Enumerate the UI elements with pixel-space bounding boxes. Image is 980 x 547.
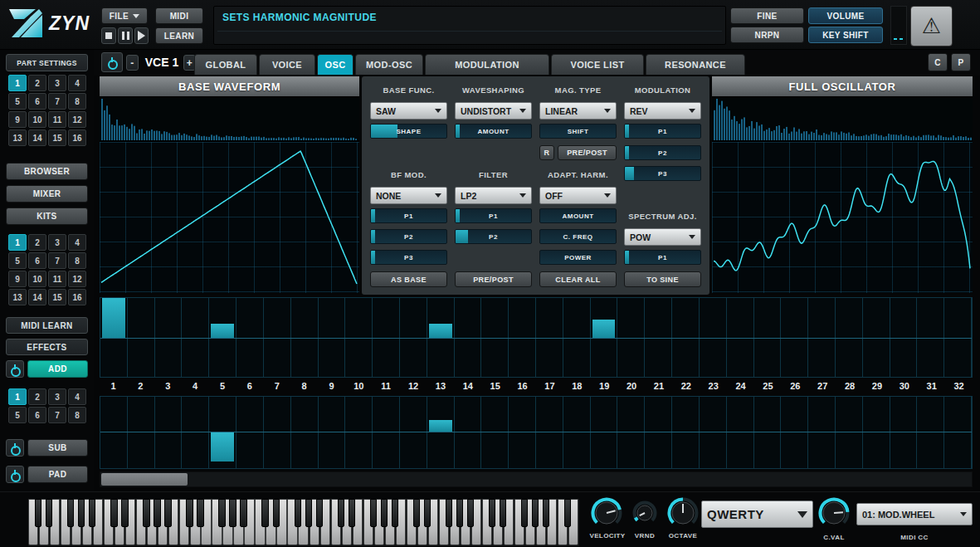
part-cell-5[interactable]: 5 [8, 93, 27, 110]
part-cell-2[interactable]: 2 [28, 75, 46, 91]
bf-mod-select[interactable]: NONE [370, 187, 447, 204]
pad-engine-button[interactable]: PAD [27, 466, 88, 483]
harmonic-26[interactable] [781, 397, 808, 468]
tab-osc[interactable]: OSC [317, 54, 353, 75]
harmonic-12[interactable] [400, 397, 427, 468]
bf-mod-p2-slider[interactable]: P2 [370, 229, 447, 244]
scrollbar-thumb[interactable] [101, 473, 188, 486]
clear-all-button[interactable]: CLEAR ALL [539, 271, 617, 287]
kit-cell-3[interactable]: 3 [48, 234, 66, 251]
harmonic-24[interactable] [727, 397, 754, 468]
base-func-select[interactable]: SAW [370, 102, 447, 120]
piano-key-black[interactable] [295, 499, 301, 527]
harmonic-30[interactable] [890, 397, 918, 468]
harmonic-8[interactable] [291, 397, 319, 468]
harmonic-23[interactable] [700, 397, 727, 468]
harmonic-20[interactable] [617, 397, 645, 468]
harmonic-22[interactable] [672, 397, 700, 468]
kit-cell-6[interactable]: 6 [28, 252, 46, 269]
effects-button[interactable]: EFFECTS [6, 339, 88, 355]
piano-key-black[interactable] [164, 499, 171, 527]
mixer-button[interactable]: MIXER [6, 185, 88, 203]
pad-power-button[interactable] [6, 466, 24, 483]
harmonic-11[interactable] [373, 397, 400, 468]
adapt-harm-select[interactable]: OFF [539, 187, 617, 204]
tab-mod-osc[interactable]: MOD-OSC [355, 54, 423, 75]
voice-cell-4[interactable]: 4 [68, 388, 86, 405]
adapt-power-slider[interactable]: POWER [539, 250, 617, 265]
modulation-p3-slider[interactable]: P3 [624, 166, 701, 181]
shape-slider[interactable]: SHAPE [370, 124, 447, 139]
piano-key-black[interactable] [392, 499, 398, 527]
amount-slider[interactable]: AMOUNT [455, 124, 532, 139]
mag-type-select[interactable]: LINEAR [539, 102, 617, 120]
fine-button[interactable]: FINE [730, 7, 804, 24]
as-base-button[interactable]: AS BASE [370, 271, 447, 287]
harmonic-25[interactable] [754, 397, 782, 468]
part-cell-10[interactable]: 10 [28, 111, 46, 128]
remove-voice-button[interactable]: - [126, 55, 139, 71]
kit-cell-13[interactable]: 13 [8, 289, 27, 305]
vrnd-knob[interactable] [632, 501, 657, 525]
harmonic-32[interactable] [944, 397, 972, 468]
stop-button[interactable] [101, 27, 116, 44]
part-cell-16[interactable]: 16 [68, 129, 86, 146]
harmonic-7[interactable] [264, 397, 291, 468]
harmonic-27[interactable] [808, 397, 836, 468]
voice-cell-2[interactable]: 2 [28, 388, 46, 405]
part-cell-1[interactable]: 1 [8, 75, 27, 91]
midi-button[interactable]: MIDI [155, 7, 203, 24]
mag-r-button[interactable]: R [539, 145, 554, 160]
voice-cell-7[interactable]: 7 [48, 407, 66, 423]
bf-mod-p3-slider[interactable]: P3 [370, 250, 447, 265]
cval-knob[interactable] [818, 497, 850, 529]
adapt-amount-slider[interactable]: AMOUNT [539, 208, 617, 223]
harmonic-6[interactable] [236, 397, 264, 468]
harmonics-scrollbar[interactable] [100, 471, 973, 487]
part-cell-15[interactable]: 15 [48, 129, 66, 146]
piano-key-black[interactable] [89, 499, 95, 527]
piano-key-black[interactable] [338, 499, 344, 527]
filter-p1-slider[interactable]: P1 [455, 208, 532, 223]
add-power-button[interactable] [6, 360, 24, 378]
harmonic-10[interactable] [345, 397, 373, 468]
voice-power-button[interactable] [101, 52, 123, 72]
kit-cell-14[interactable]: 14 [28, 289, 46, 305]
learn-button[interactable]: LEARN [155, 27, 203, 44]
harmonic-15[interactable] [481, 397, 509, 468]
adapt-cfreq-slider[interactable]: C. FREQ [539, 229, 617, 244]
kit-cell-8[interactable]: 8 [68, 252, 86, 269]
modulation-p1-slider[interactable]: P1 [624, 124, 701, 139]
tab-modulation[interactable]: MODULATION [425, 54, 549, 75]
add-engine-button[interactable]: ADD [27, 360, 88, 378]
harmonic-9[interactable] [319, 397, 346, 468]
tab-global[interactable]: GLOBAL [194, 54, 257, 75]
kit-cell-11[interactable]: 11 [48, 271, 66, 287]
harmonic-18[interactable] [563, 397, 591, 468]
part-cell-6[interactable]: 6 [28, 93, 46, 110]
piano-keyboard[interactable] [28, 499, 579, 546]
voice-cell-6[interactable]: 6 [28, 407, 46, 423]
piano-key-black[interactable] [305, 499, 312, 527]
piano-key-black[interactable] [349, 499, 355, 527]
kit-cell-16[interactable]: 16 [68, 289, 86, 305]
piano-key-black[interactable] [273, 499, 280, 527]
piano-key-black[interactable] [521, 499, 528, 527]
piano-key-black[interactable] [261, 499, 268, 527]
kit-cell-2[interactable]: 2 [28, 234, 46, 251]
piano-key-black[interactable] [413, 499, 420, 527]
key-shift-button[interactable]: KEY SHIFT [808, 27, 883, 43]
modulation-p2-slider[interactable]: P2 [624, 145, 701, 160]
piano-key-black[interactable] [67, 499, 74, 527]
kit-cell-5[interactable]: 5 [8, 252, 27, 269]
bf-mod-p1-slider[interactable]: P1 [370, 208, 447, 223]
shift-slider[interactable]: SHIFT [539, 124, 617, 139]
harmonic-17[interactable] [536, 397, 563, 468]
harmonic-2[interactable] [128, 397, 155, 468]
voice-cell-5[interactable]: 5 [8, 407, 27, 423]
mag-pre-post-button[interactable]: PRE/POST [558, 145, 617, 160]
part-settings-button[interactable]: PART SETTINGS [6, 54, 88, 71]
harmonic-19[interactable] [591, 397, 618, 468]
piano-key-black[interactable] [240, 499, 246, 527]
paste-button[interactable]: P [951, 53, 971, 71]
